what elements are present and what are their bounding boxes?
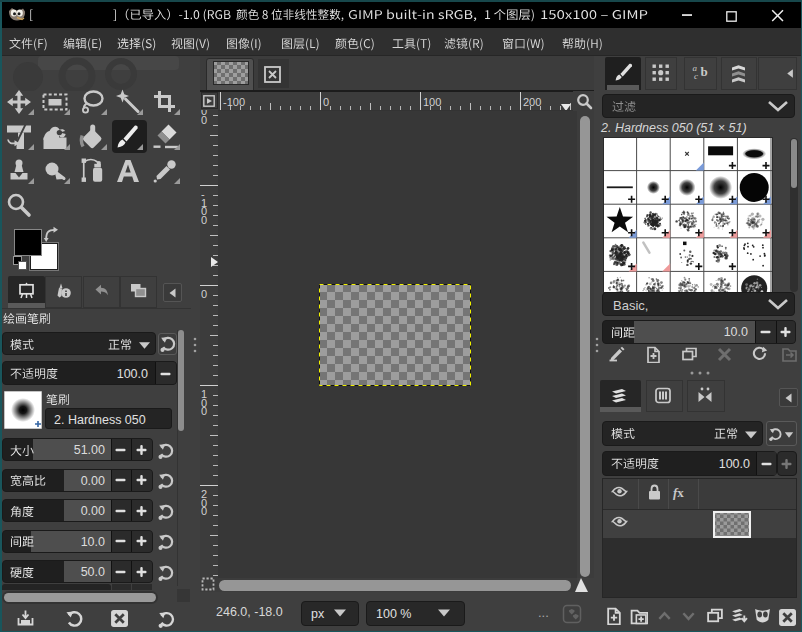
svg-text:0: 0	[323, 96, 329, 108]
svg-text:0: 0	[201, 405, 207, 417]
svg-text:200: 200	[523, 96, 541, 108]
svg-text:b: b	[700, 64, 707, 79]
svg-text:0: 0	[201, 505, 207, 517]
svg-text:-100: -100	[223, 96, 245, 108]
svg-text:0: 0	[201, 214, 207, 226]
svg-text:100: 100	[423, 96, 441, 108]
svg-text:0: 0	[201, 288, 207, 300]
svg-text:c: c	[694, 71, 698, 81]
svg-text:0: 0	[201, 114, 207, 126]
